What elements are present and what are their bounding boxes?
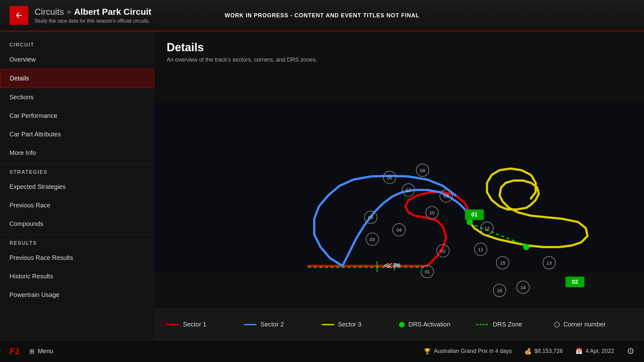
drs-zone-label: DRS Zone bbox=[493, 321, 522, 328]
sidebar-item-details[interactable]: Details bbox=[0, 69, 154, 88]
budget-info: 💰 $8,153,726 bbox=[525, 348, 563, 355]
corner-number-circle-icon bbox=[554, 322, 560, 327]
svg-text:01: 01 bbox=[471, 211, 478, 218]
sidebar-item-sections[interactable]: Sections bbox=[0, 88, 154, 107]
page-title: Details bbox=[167, 41, 631, 54]
breadcrumb-circuit-name: Albert Park Circuit bbox=[74, 7, 152, 17]
sidebar-item-expected-strategies[interactable]: Expected Strategies bbox=[0, 178, 154, 196]
svg-text:02: 02 bbox=[572, 279, 578, 285]
date-label: 4 Apr, 2022 bbox=[586, 348, 614, 354]
drs-activation-dot-icon bbox=[399, 322, 405, 327]
trophy-icon: 🏆 bbox=[424, 348, 431, 355]
bottom-right-info: 🏆 Australian Grand Prix in 4 days 💰 $8,1… bbox=[424, 346, 635, 356]
strategies-section-title: STRATEGIES bbox=[0, 165, 154, 178]
breadcrumb-circuits: Circuits bbox=[35, 7, 64, 17]
sector3-line-icon bbox=[322, 324, 334, 325]
svg-text:16: 16 bbox=[497, 288, 502, 293]
svg-text:10: 10 bbox=[430, 210, 435, 215]
date-info: 📅 4 Apr, 2022 bbox=[575, 348, 614, 355]
svg-text:01: 01 bbox=[425, 269, 430, 274]
header-subtitle: Study the race data for this season's of… bbox=[35, 18, 151, 24]
calendar-icon: 📅 bbox=[575, 348, 582, 355]
track-map-svg: ≪ 🏁 01 02 01 02 03 bbox=[154, 66, 644, 309]
bottom-bar: F1 ⊞ Menu 🏆 Australian Grand Prix in 4 d… bbox=[0, 340, 644, 362]
legend-sector1: Sector 1 bbox=[167, 321, 244, 328]
settings-icon[interactable]: ⚙ bbox=[627, 346, 635, 356]
svg-text:12: 12 bbox=[484, 226, 490, 231]
event-info: 🏆 Australian Grand Prix in 4 days bbox=[424, 348, 512, 355]
budget-label: $8,153,726 bbox=[535, 348, 563, 354]
circuit-section-title: CIRCUIT bbox=[0, 38, 154, 50]
money-icon: 💰 bbox=[525, 348, 531, 355]
sidebar-item-car-part-attributes[interactable]: Car Part Attributes bbox=[0, 125, 154, 144]
drs-activation-label: DRS Activation bbox=[408, 321, 450, 328]
svg-text:🏁: 🏁 bbox=[393, 262, 402, 271]
sidebar-item-historic-results[interactable]: Historic Results bbox=[0, 267, 154, 286]
sidebar-item-overview[interactable]: Overview bbox=[0, 50, 154, 69]
sidebar-item-compounds[interactable]: Compounds bbox=[0, 215, 154, 233]
svg-text:04: 04 bbox=[397, 227, 402, 233]
svg-text:06: 06 bbox=[387, 175, 392, 180]
sidebar-item-powertrain-usage[interactable]: Powertrain Usage bbox=[0, 286, 154, 304]
svg-text:13: 13 bbox=[547, 260, 552, 266]
sector2-label: Sector 2 bbox=[260, 321, 284, 328]
breadcrumb: Circuits » Albert Park Circuit bbox=[35, 7, 151, 17]
breadcrumb-chevrons: » bbox=[67, 8, 71, 16]
track-map-container: ≪ 🏁 01 02 01 02 03 bbox=[154, 66, 644, 309]
legend-drs-zone: DRS Zone bbox=[476, 321, 554, 328]
svg-text:03: 03 bbox=[370, 237, 375, 242]
svg-text:09: 09 bbox=[443, 193, 449, 199]
svg-text:05: 05 bbox=[368, 215, 374, 220]
sector1-label: Sector 1 bbox=[183, 321, 206, 328]
svg-text:14: 14 bbox=[520, 285, 526, 290]
header-title-group: Circuits » Albert Park Circuit Study the… bbox=[35, 7, 151, 24]
content-header: Details An overview of the track's secto… bbox=[154, 31, 644, 66]
main-layout: CIRCUIT Overview Details Sections Car Pe… bbox=[0, 31, 644, 340]
legend-sector3: Sector 3 bbox=[322, 321, 399, 328]
svg-text:≪: ≪ bbox=[383, 261, 392, 270]
f1-logo: F1 bbox=[9, 346, 20, 356]
sidebar: CIRCUIT Overview Details Sections Car Pe… bbox=[0, 31, 154, 340]
corner-number-label: Corner number bbox=[564, 321, 606, 328]
sector2-line-icon bbox=[244, 324, 257, 325]
results-section-title: RESULTS bbox=[0, 236, 154, 249]
page-subtitle: An overview of the track's sectors, corn… bbox=[167, 57, 631, 63]
drs-zone-dashed-icon bbox=[476, 324, 489, 325]
svg-text:15: 15 bbox=[500, 260, 505, 266]
legend-drs-activation: DRS Activation bbox=[399, 321, 476, 328]
sidebar-item-previous-race[interactable]: Previous Race bbox=[0, 196, 154, 215]
legend-corner-number: Corner number bbox=[554, 321, 631, 328]
svg-text:08: 08 bbox=[420, 168, 425, 173]
back-button[interactable] bbox=[9, 6, 28, 25]
svg-text:07: 07 bbox=[406, 187, 411, 193]
svg-text:11: 11 bbox=[478, 247, 483, 252]
sector1-line-icon bbox=[167, 324, 179, 325]
sidebar-item-previous-race-results[interactable]: Previous Race Results bbox=[0, 249, 154, 267]
legend-sector2: Sector 2 bbox=[244, 321, 321, 328]
sidebar-item-car-performance[interactable]: Car Performance bbox=[0, 107, 154, 125]
sidebar-divider-1 bbox=[0, 163, 154, 164]
menu-label: Menu bbox=[38, 348, 53, 355]
event-label: Australian Grand Prix in 4 days bbox=[434, 348, 512, 354]
sidebar-divider-2 bbox=[0, 234, 154, 235]
sector3-label: Sector 3 bbox=[338, 321, 361, 328]
svg-point-4 bbox=[523, 244, 529, 250]
menu-grid-icon: ⊞ bbox=[29, 348, 35, 355]
svg-text:02: 02 bbox=[440, 248, 446, 254]
wip-notice: WORK IN PROGRESS - CONTENT AND EVENT TIT… bbox=[225, 12, 419, 19]
menu-button[interactable]: ⊞ Menu bbox=[29, 348, 53, 355]
track-legend: Sector 1 Sector 2 Sector 3 DRS Activatio… bbox=[154, 309, 644, 340]
sidebar-item-more-info[interactable]: More Info bbox=[0, 144, 154, 162]
content-area: Details An overview of the track's secto… bbox=[154, 31, 644, 340]
header: Circuits » Albert Park Circuit Study the… bbox=[0, 0, 644, 31]
